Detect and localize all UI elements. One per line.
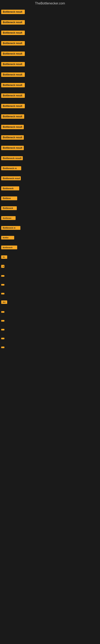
bottleneck-badge[interactable]: Bottleneck result: [1, 156, 23, 160]
bottleneck-badge[interactable]: Bottlenec: [1, 216, 16, 220]
list-item[interactable]: Bottleneck result: [1, 124, 99, 131]
list-item[interactable]: Bottleneck resul: [1, 176, 99, 182]
list-item[interactable]: Bottlene: [1, 196, 99, 202]
list-item[interactable]: Bottleneck result: [1, 92, 99, 100]
list-item[interactable]: Bottleneck result: [1, 40, 99, 47]
bottleneck-badge[interactable]: Bottleneck result: [1, 114, 24, 119]
list-item[interactable]: [1, 318, 99, 323]
list-item[interactable]: Bo: [1, 254, 99, 260]
list-item[interactable]: [1, 336, 99, 341]
list-item[interactable]: Bottleneck result: [1, 51, 99, 58]
list-item[interactable]: Bottleneck re: [1, 166, 99, 172]
bottleneck-badge[interactable]: Bottleneck: [1, 206, 17, 210]
bottleneck-badge[interactable]: [1, 284, 4, 286]
list-item[interactable]: Bottleneck result: [1, 9, 99, 16]
bottleneck-badge[interactable]: Bot: [1, 300, 7, 304]
bottleneck-badge[interactable]: Bo: [1, 256, 7, 259]
bottleneck-badge[interactable]: Bottleneck result: [1, 72, 25, 77]
bottleneck-badge[interactable]: Bottleneck result: [1, 94, 25, 98]
list-item[interactable]: Bottleneck result: [1, 61, 99, 68]
list-item[interactable]: [1, 273, 99, 278]
bottleneck-badge[interactable]: [1, 311, 4, 313]
list-item[interactable]: [1, 282, 99, 287]
bottleneck-badge[interactable]: [1, 275, 4, 277]
bottleneck-badge[interactable]: Bottleneck result: [1, 135, 24, 140]
list-item[interactable]: Bottleneck result: [1, 103, 99, 110]
bottleneck-badge[interactable]: Bottleneck result: [1, 52, 25, 56]
list-item[interactable]: Bottleneck result: [1, 19, 99, 26]
bottleneck-badge[interactable]: Bottleneck result: [1, 125, 24, 129]
bottleneck-badge[interactable]: Bottleneck re: [1, 226, 20, 230]
bottleneck-badge[interactable]: [1, 346, 4, 348]
bottleneck-badge[interactable]: Bottlene: [1, 196, 17, 200]
list-item[interactable]: B: [1, 264, 99, 270]
bottleneck-badge[interactable]: Bottleneck result: [1, 20, 25, 24]
bottleneck-badge[interactable]: Bottleneck result: [1, 146, 24, 150]
bottleneck-list: Bottleneck resultBottleneck resultBottle…: [0, 7, 100, 356]
bottleneck-badge[interactable]: Bottleneck result: [1, 104, 25, 108]
bottleneck-badge[interactable]: Bottleneck result: [1, 83, 25, 87]
list-item[interactable]: Bottler: [1, 235, 99, 241]
list-item[interactable]: Bottlenec: [1, 215, 99, 222]
bottleneck-badge[interactable]: Bottleneck result: [1, 41, 25, 46]
list-item[interactable]: Bottleneck: [1, 245, 99, 251]
list-item[interactable]: Bottleneck result: [1, 30, 99, 37]
list-item[interactable]: Bottleneck result: [1, 145, 99, 152]
bottleneck-badge[interactable]: [1, 320, 4, 322]
list-item[interactable]: Bottleneck result: [1, 155, 99, 162]
bottleneck-badge[interactable]: Bottleneck result: [1, 30, 25, 35]
list-item[interactable]: Bottleneck re: [1, 225, 99, 232]
list-item[interactable]: Bot: [1, 300, 99, 306]
bottleneck-badge[interactable]: Bottleneck: [1, 246, 17, 249]
bottleneck-badge[interactable]: [1, 338, 4, 339]
list-item[interactable]: [1, 309, 99, 314]
bottleneck-badge[interactable]: [1, 329, 4, 330]
list-item[interactable]: [1, 291, 99, 296]
list-item[interactable]: Bottleneck result: [1, 134, 99, 141]
list-item[interactable]: [1, 327, 99, 332]
list-item[interactable]: Bottleneck: [1, 206, 99, 212]
bottleneck-badge[interactable]: Bottleneck result: [1, 62, 25, 66]
list-item[interactable]: [1, 344, 99, 350]
list-item[interactable]: Bottleneck result: [1, 114, 99, 120]
bottleneck-badge[interactable]: Bottleneck: [1, 186, 19, 190]
bottleneck-badge[interactable]: Bottleneck result: [1, 10, 25, 14]
bottleneck-badge[interactable]: Bottleneck resul: [1, 176, 21, 180]
list-item[interactable]: Bottleneck result: [1, 82, 99, 89]
list-item[interactable]: Bottleneck result: [1, 72, 99, 78]
bottleneck-badge[interactable]: [1, 293, 4, 294]
bottleneck-badge[interactable]: B: [1, 265, 4, 268]
list-item[interactable]: Bottleneck: [1, 186, 99, 192]
bottleneck-badge[interactable]: Bottleneck re: [1, 166, 21, 170]
site-title: TheBottlenecker.com: [0, 0, 100, 7]
bottleneck-badge[interactable]: Bottler: [1, 236, 14, 240]
